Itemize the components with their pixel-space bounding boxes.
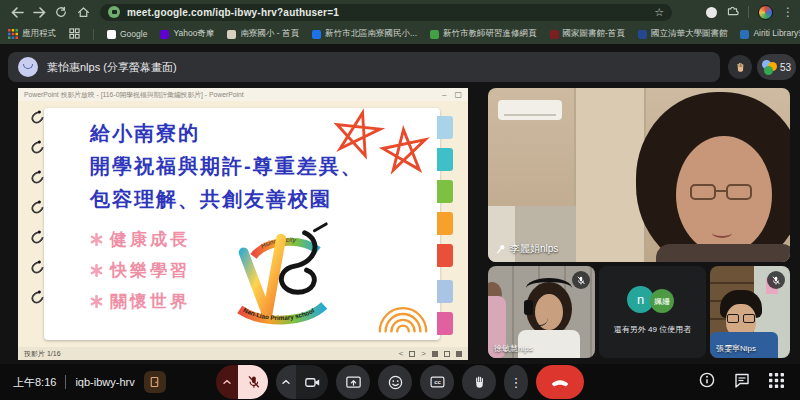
end-call-button[interactable]: [536, 365, 584, 399]
divider: [748, 6, 749, 18]
captions-button[interactable]: cc: [420, 365, 454, 399]
slide-counter: 投影片 1/16: [24, 349, 61, 359]
url-bar[interactable]: meet.google.com/iqb-ibwy-hrv?authuser=1 …: [100, 4, 672, 21]
more-options-button[interactable]: ⋮: [504, 365, 528, 399]
ppt-status-icons: < >: [399, 349, 462, 358]
shared-screen: PowerPoint 投影片放映 - [116-0開學祝福與期許彙編投影片] -…: [18, 88, 468, 360]
video-tile[interactable]: 徐敏慧nlps: [488, 266, 595, 358]
air-conditioner: [498, 100, 562, 120]
emoji-icon: [387, 374, 404, 391]
slide-bullet: 關懷世界: [90, 290, 190, 313]
person-shoulders: [656, 244, 790, 262]
profile-avatar[interactable]: [758, 5, 773, 20]
bookmark-item[interactable]: 國家圖書館-首頁: [550, 28, 625, 40]
main-video-tile[interactable]: 李麗娟nlps: [488, 88, 790, 262]
presenter-banner[interactable]: 葉怡惠nlps (分享螢幕畫面): [8, 52, 720, 82]
svg-text:cc: cc: [434, 379, 441, 385]
bookmarks-bar: 應用程式 Google Yahoo奇摩 南寮國小 - 首頁 新竹市北區南寮國民小…: [0, 24, 800, 44]
camera-options-chevron[interactable]: [276, 365, 296, 399]
glasses: [726, 184, 752, 200]
maximize-icon: ▢: [454, 91, 462, 99]
hand-icon: [472, 374, 487, 390]
glasses: [727, 314, 739, 323]
participant-name-label: 徐敏慧nlps: [494, 343, 533, 354]
divider: [93, 29, 94, 40]
grid-icon: [769, 373, 784, 388]
view-icon: [432, 351, 438, 357]
overflow-tile[interactable]: n 姵姍 還有另外 49 位使用者: [599, 266, 706, 358]
smile: [712, 228, 732, 238]
headset-band: [526, 278, 572, 298]
chat-button[interactable]: [734, 373, 750, 392]
rainbow-doodle: [374, 294, 432, 338]
flower-bullet-icon: [90, 295, 103, 308]
camera-toggle-button[interactable]: [296, 365, 328, 399]
reload-icon[interactable]: [50, 3, 72, 21]
chrome-actions: ⋮: [706, 3, 800, 21]
presenter-name: 葉怡惠nlps (分享螢幕畫面): [47, 60, 177, 75]
muted-mic-badge: [767, 271, 785, 289]
favicon: [430, 30, 439, 39]
meet-camera-indicator-icon[interactable]: [108, 6, 120, 18]
raise-hand-indicator[interactable]: [728, 55, 752, 79]
info-button[interactable]: [699, 372, 715, 392]
meeting-code: iqb-ibwy-hrv: [75, 376, 134, 388]
meet-window: meet.google.com/iqb-ibwy-hrv?authuser=1 …: [0, 0, 800, 400]
view-icon: [456, 351, 462, 357]
overflow-avatar: 姵姍: [650, 289, 674, 313]
favicon: [227, 30, 236, 39]
bookmark-item[interactable]: Google: [107, 29, 147, 39]
meet-control-bar: 上午8:16 iqb-ibwy-hrv: [0, 364, 800, 400]
ppt-titlebar: PowerPoint 投影片放映 - [116-0開學祝福與期許彙編投影片] -…: [18, 88, 468, 101]
chrome-menu-icon[interactable]: ⋮: [782, 6, 794, 18]
call-controls: cc ⋮: [216, 365, 584, 399]
extensions-icon[interactable]: [726, 3, 739, 21]
ppt-statusbar: 投影片 1/16 < >: [18, 347, 468, 360]
star-doodles: [330, 108, 434, 184]
mic-options-chevron[interactable]: [216, 365, 238, 399]
divider: [65, 375, 66, 389]
bookmark-item[interactable]: 國立清華大學圖書館: [638, 28, 728, 40]
bookmark-item[interactable]: 南寮國小 - 首頁: [227, 28, 299, 40]
slide-area: 給小南寮的 開學祝福與期許-尊重差異、 包容理解、共創友善校園 健康成長 快樂學…: [18, 101, 468, 347]
apps-shortcut[interactable]: 應用程式: [8, 28, 56, 40]
bookmark-item[interactable]: Airiti Library華藝線上圖...: [740, 28, 800, 40]
presenter-avatar: [18, 57, 38, 77]
browser-toolbar: meet.google.com/iqb-ibwy-hrv?authuser=1 …: [0, 0, 800, 24]
slide-title-line: 給小南寮的: [90, 120, 200, 147]
clock-text: 上午8:16: [13, 375, 56, 390]
notebook-page: 給小南寮的 開學祝福與期許-尊重差異、 包容理解、共創友善校園 健康成長 快樂學…: [44, 108, 440, 340]
present-button[interactable]: [336, 365, 370, 399]
bookmark-item[interactable]: 新竹市教師研習進修網頁: [430, 28, 537, 40]
bookmark-item[interactable]: Yahoo奇摩: [160, 28, 214, 40]
minimize-icon: –: [442, 91, 446, 99]
page-tabs: [437, 116, 453, 336]
home-icon[interactable]: [72, 3, 94, 21]
present-icon: [345, 375, 362, 390]
headset-earcup: [524, 300, 533, 315]
mic-mute-button[interactable]: [238, 365, 268, 399]
activities-button[interactable]: [769, 373, 784, 392]
forward-icon[interactable]: [28, 3, 50, 21]
bookmark-item[interactable]: 新竹市北區南寮國民小...: [312, 28, 417, 40]
slide-bullet: 快樂學習: [90, 259, 190, 282]
flower-bullet-icon: [90, 264, 103, 277]
status-dot-icon[interactable]: [706, 7, 717, 18]
reactions-button[interactable]: [378, 365, 412, 399]
video-tile[interactable]: 張雯寧Nlps: [710, 266, 790, 358]
overflow-count-text: 還有另外 49 位使用者: [599, 324, 706, 335]
bookmark-star-icon[interactable]: ☆: [654, 6, 664, 19]
school-logo: Hsinchu city Nan-Liao Primary school: [222, 220, 340, 338]
raise-hand-button[interactable]: [462, 365, 496, 399]
url-text[interactable]: meet.google.com/iqb-ibwy-hrv?authuser=1: [127, 7, 648, 18]
reading-list-grid-icon[interactable]: [69, 28, 80, 41]
slide-thumb-icon: [409, 351, 415, 357]
favicon: [312, 30, 321, 39]
participants-pill[interactable]: 53: [757, 54, 796, 80]
back-icon[interactable]: [6, 3, 28, 21]
glasses: [743, 314, 755, 323]
chat-icon: [734, 373, 750, 388]
slide-title-line: 開學祝福與期許-尊重差異、: [90, 153, 363, 180]
meeting-room-icon[interactable]: [144, 371, 166, 393]
muted-mic-badge: [572, 271, 590, 289]
